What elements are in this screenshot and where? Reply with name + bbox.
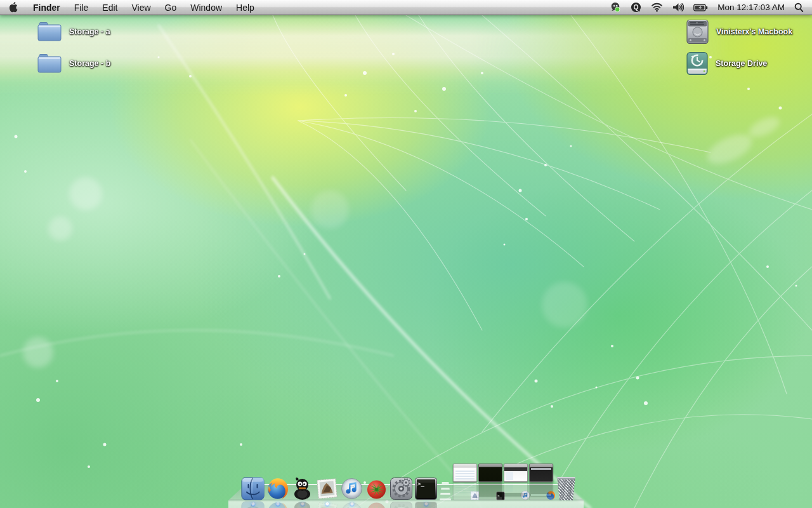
- app-menu-finder[interactable]: Finder: [26, 0, 67, 15]
- firefox-icon: [266, 477, 289, 500]
- spotlight-menu-icon[interactable]: [794, 0, 804, 15]
- dock-minimized-itunes-window[interactable]: [504, 464, 528, 500]
- wifi-menu-icon[interactable]: [651, 0, 663, 15]
- dock-minimized-terminal-window[interactable]: >: [478, 464, 502, 500]
- minimized-itunes-window-thumbnail: [504, 464, 528, 482]
- blue-folder-icon: [37, 53, 62, 74]
- menu-go[interactable]: Go: [158, 0, 184, 15]
- minimized-mail-window-thumbnail: [453, 464, 477, 482]
- menu-file[interactable]: File: [67, 0, 96, 15]
- tomato-torrent-icon: [365, 477, 388, 500]
- finder-icon: [241, 477, 265, 500]
- running-indicator: [251, 502, 255, 507]
- desktop-icon-label: Storage Drive: [716, 59, 767, 68]
- desktop-icon-storage-a[interactable]: Storage - a: [37, 21, 110, 42]
- wallpaper-sparkles: [15, 53, 797, 504]
- desktop-icon-storage-b[interactable]: Storage - b: [37, 53, 110, 74]
- terminal-badge-prompt: >: [497, 494, 500, 498]
- menu-bar-clock[interactable]: Mon 12:17:03 AM: [717, 3, 785, 12]
- menu-window[interactable]: Window: [183, 0, 229, 15]
- wallpaper-line-art: [0, 0, 812, 508]
- desktop-icon-storage-drive[interactable]: Storage Drive: [686, 51, 767, 76]
- menu-bar: Finder File Edit View Go Window Help Q: [0, 0, 812, 15]
- menu-bar-left: Finder File Edit View Go Window Help: [0, 0, 261, 15]
- dock-itunes-icon[interactable]: [340, 477, 363, 500]
- minimized-terminal-window-thumbnail: [478, 464, 502, 482]
- minimized-firefox-window-thumbnail: [529, 464, 553, 482]
- dock-mail-icon[interactable]: [315, 477, 339, 500]
- dock-minimized-firefox-window[interactable]: [529, 464, 553, 500]
- dock: >_ >: [228, 467, 584, 508]
- itunes-icon: [340, 477, 363, 500]
- quicksilver-menu-icon[interactable]: Q: [631, 0, 641, 15]
- dock-firefox-icon[interactable]: [266, 477, 289, 500]
- menu-edit[interactable]: Edit: [95, 0, 124, 15]
- dock-trash-icon[interactable]: [556, 477, 576, 500]
- apple-icon: [9, 2, 18, 13]
- internal-hard-drive-icon: [686, 19, 709, 44]
- dock-system-preferences-icon[interactable]: [390, 477, 413, 500]
- battery-menu-icon[interactable]: [693, 0, 708, 15]
- desktop-icon-label: Vinisterx's Macbook: [716, 27, 792, 36]
- dock-finder-icon[interactable]: [241, 477, 265, 500]
- dock-tomato-torrent-icon[interactable]: [365, 477, 388, 500]
- desktop-icon-vinisterx-macbook[interactable]: Vinisterx's Macbook: [686, 19, 792, 44]
- running-indicator: [350, 502, 354, 507]
- menu-view[interactable]: View: [124, 0, 157, 15]
- running-indicator: [300, 502, 304, 507]
- black-duck-icon: [291, 477, 314, 500]
- volume-menu-icon[interactable]: [672, 0, 684, 15]
- dock-separator: [440, 479, 451, 500]
- menu-bar-status-area: Q: [610, 0, 812, 15]
- dock-items-row: >_ >: [240, 464, 577, 500]
- dock-terminal-icon[interactable]: >_: [414, 477, 438, 500]
- desktop-icon-label: Storage - a: [69, 27, 110, 36]
- firefox-badge-icon: [546, 490, 556, 503]
- blue-folder-icon: [37, 21, 62, 42]
- running-indicator: [424, 502, 428, 507]
- apple-menu[interactable]: [0, 0, 26, 15]
- running-indicator: [275, 502, 280, 507]
- svg-text:Q: Q: [634, 4, 639, 11]
- dock-minimized-mail-window[interactable]: [453, 464, 477, 500]
- menu-help[interactable]: Help: [229, 0, 261, 15]
- desktop-icon-label: Storage - b: [69, 59, 110, 68]
- dock-black-duck-app-icon[interactable]: [291, 477, 314, 500]
- system-preferences-icon: [390, 477, 413, 500]
- mail-icon: [315, 477, 339, 500]
- desktop-screen: Finder File Edit View Go Window Help Q: [0, 0, 812, 508]
- terminal-prompt-glyph: >_: [417, 481, 424, 487]
- running-indicator: [325, 502, 329, 507]
- chat-status-menu-icon[interactable]: [610, 0, 621, 15]
- time-machine-drive-icon: [686, 51, 709, 76]
